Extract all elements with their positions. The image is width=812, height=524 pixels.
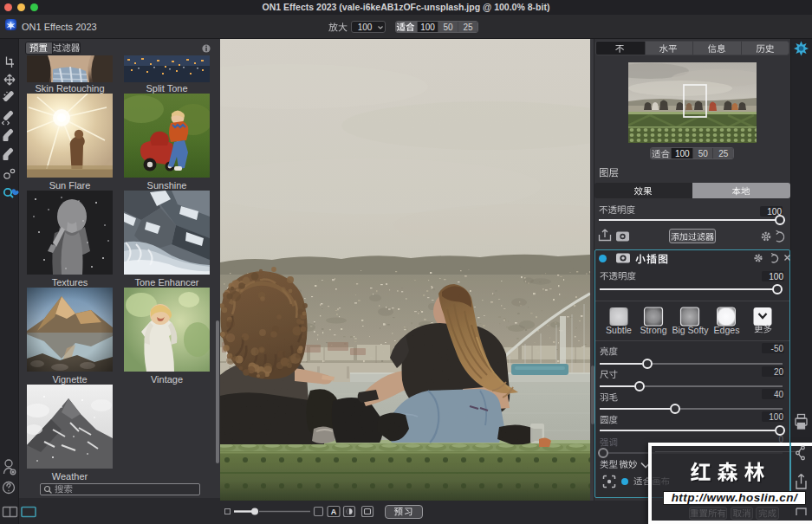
svg-text:A: A — [331, 508, 337, 516]
